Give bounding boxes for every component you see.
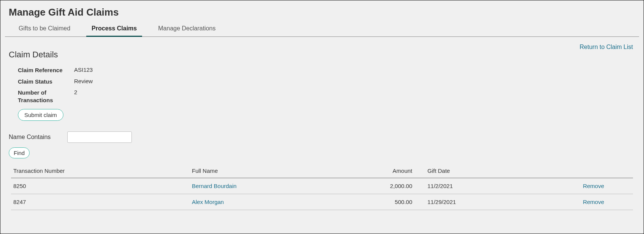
col-transaction-number: Transaction Number (13, 168, 192, 174)
cell-amount: 2,000.00 (332, 183, 427, 189)
cell-full-name-link[interactable]: Alex Morgan (192, 199, 332, 205)
claim-details: Claim Reference ASI123 Claim Status Revi… (0, 66, 644, 125)
submit-claim-button[interactable]: Submit claim (18, 109, 63, 121)
cell-txn: 8247 (13, 199, 192, 205)
cell-gift-date: 11/29/2021 (427, 199, 553, 205)
section-title: Claim Details (0, 50, 644, 66)
transactions-table: Transaction Number Full Name Amount Gift… (11, 164, 633, 210)
remove-link[interactable]: Remove (553, 199, 631, 205)
col-full-name: Full Name (192, 168, 332, 174)
claim-status-label: Claim Status (18, 78, 74, 85)
name-contains-input[interactable] (67, 131, 132, 143)
tab-process-claims[interactable]: Process Claims (86, 22, 142, 37)
cell-gift-date: 11/2/2021 (427, 183, 553, 189)
tabs: Gifts to be Claimed Process Claims Manag… (5, 22, 639, 37)
col-amount: Amount (332, 168, 427, 174)
table-row: 8247 Alex Morgan 500.00 11/29/2021 Remov… (11, 194, 633, 210)
claim-reference-label: Claim Reference (18, 66, 74, 74)
return-to-claim-list-link[interactable]: Return to Claim List (580, 44, 633, 51)
col-gift-date: Gift Date (427, 168, 553, 174)
find-button[interactable]: Find (9, 147, 30, 158)
num-transactions-value: 2 (74, 89, 77, 104)
cell-full-name-link[interactable]: Bernard Bourdain (192, 183, 332, 189)
tab-manage-declarations[interactable]: Manage Declarations (153, 22, 221, 37)
table-row: 8250 Bernard Bourdain 2,000.00 11/2/2021… (11, 178, 633, 194)
cell-txn: 8250 (13, 183, 192, 189)
table-header: Transaction Number Full Name Amount Gift… (11, 164, 633, 178)
claim-status-value: Review (74, 78, 93, 85)
name-contains-label: Name Contains (9, 134, 51, 141)
tab-gifts-to-be-claimed[interactable]: Gifts to be Claimed (13, 22, 76, 37)
claim-reference-value: ASI123 (74, 66, 93, 74)
cell-amount: 500.00 (332, 199, 427, 205)
remove-link[interactable]: Remove (553, 183, 631, 189)
page-title: Manage Gift Aid Claims (0, 0, 644, 22)
num-transactions-label: Number of Transactions (18, 89, 74, 104)
